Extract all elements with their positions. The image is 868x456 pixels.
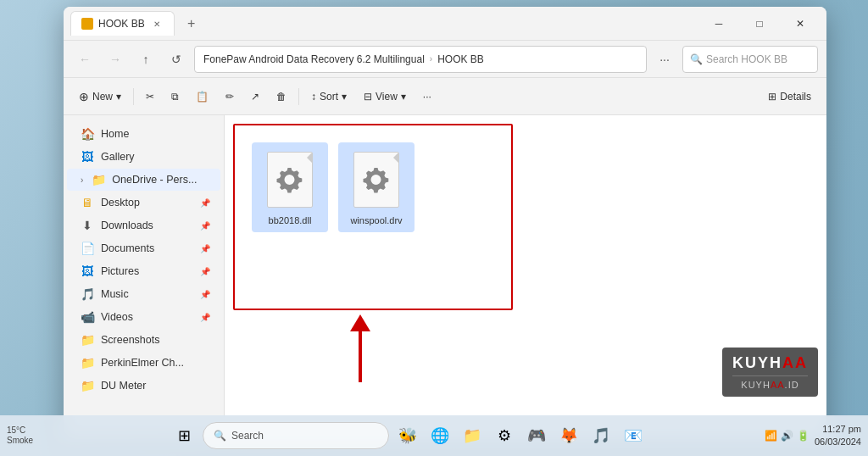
sidebar-item-gallery[interactable]: 🖼 Gallery: [67, 146, 220, 168]
sidebar-label-documents: Documents: [101, 242, 154, 254]
weather-condition: Smoke: [7, 436, 33, 446]
taskbar-apps: 🐝 🌐 📁 ⚙ 🎮 🦊 🎵 📧: [392, 420, 648, 451]
desktop: HOOK BB ✕ + ─ □ ✕ ← → ↑ ↺ FonePaw Androi…: [0, 0, 868, 456]
sidebar-item-pictures[interactable]: 🖼 Pictures 📌: [67, 260, 220, 282]
file-item-bb2018dll[interactable]: bb2018.dll: [252, 142, 328, 232]
arrow-head: [350, 314, 370, 331]
sidebar-item-dumeter[interactable]: 📁 DU Meter: [67, 375, 220, 397]
taskbar-right: 📶 🔊 🔋 11:27 pm 06/03/2024: [760, 423, 861, 449]
sidebar-item-music[interactable]: 🎵 Music 📌: [67, 283, 220, 305]
onedrive-icon: 📁: [92, 173, 105, 186]
taskbar-app-3[interactable]: 📁: [457, 420, 487, 451]
refresh-button[interactable]: ↺: [164, 47, 189, 72]
address-chevron: ›: [430, 54, 432, 64]
file-area[interactable]: bb2018.dll winspool.drv: [225, 115, 826, 439]
title-bar: HOOK BB ✕ + ─ □ ✕: [64, 7, 826, 41]
close-button[interactable]: ✕: [781, 11, 820, 36]
gallery-icon: 🖼: [81, 150, 94, 164]
taskbar-search-icon: 🔍: [214, 430, 226, 442]
details-icon: ⊞: [768, 91, 776, 103]
toolbar: ⊕ New ▾ ✂ ⧉ 📋 ✏ ↗ 🗑: [64, 78, 826, 115]
address-path-part1: FonePaw Android Data Recovery 6.2 Multil…: [203, 53, 425, 65]
paste-button[interactable]: 📋: [189, 83, 215, 110]
dumeter-icon: 📁: [81, 379, 94, 392]
system-tray-icons: 📶 🔊 🔋: [765, 430, 810, 442]
file-icon-winspooldrv: [349, 149, 403, 210]
taskbar-app-8[interactable]: 📧: [618, 420, 648, 451]
gear-svg-winspool: [363, 166, 390, 193]
pictures-icon: 🖼: [81, 264, 94, 278]
address-bar[interactable]: FonePaw Android Data Recovery 6.2 Multil…: [194, 46, 647, 73]
start-button[interactable]: ⊞: [169, 420, 199, 451]
taskbar-app-4[interactable]: ⚙: [489, 420, 520, 451]
sidebar-item-screenshots[interactable]: 📁 Screenshots: [67, 329, 220, 351]
expand-icon: ›: [81, 175, 83, 185]
more-options-button[interactable]: ···: [416, 83, 438, 110]
taskbar-app-2[interactable]: 🌐: [425, 420, 455, 451]
volume-icon: 🔊: [781, 430, 793, 442]
battery-icon: 🔋: [797, 430, 810, 442]
sort-button[interactable]: ↕ Sort ▾: [304, 83, 353, 110]
toolbar-divider-2: [298, 88, 299, 105]
taskbar-center: ⊞ 🔍 Search 🐝 🌐 📁 ⚙ 🎮 🦊 🎵 📧: [61, 420, 756, 451]
rename-icon: ✏: [225, 91, 234, 103]
sidebar-label-screenshots: Screenshots: [101, 334, 159, 346]
watermark-bottom-text: KUYHAA.ID: [732, 375, 808, 390]
file-page-bg2: [353, 152, 399, 208]
up-button[interactable]: ↑: [133, 47, 159, 72]
sidebar-item-desktop[interactable]: 🖥 Desktop 📌: [67, 192, 220, 214]
pin-icon-documents: 📌: [200, 244, 210, 253]
new-label: New: [92, 91, 113, 103]
arrow-shaft: [359, 331, 362, 382]
clock-display: 11:27 pm 06/03/2024: [815, 423, 861, 449]
file-icon-bb2018dll: [263, 149, 317, 210]
sidebar-item-perkinelmer[interactable]: 📁 PerkinElmer Ch...: [67, 352, 220, 374]
minimize-button[interactable]: ─: [699, 11, 738, 36]
back-button[interactable]: ←: [72, 47, 97, 72]
sidebar-item-videos[interactable]: 📹 Videos 📌: [67, 306, 220, 328]
sort-dropdown-icon: ▾: [342, 91, 347, 103]
home-icon: 🏠: [81, 127, 94, 141]
perkinelmer-icon: 📁: [81, 356, 94, 370]
file-name-bb2018dll: bb2018.dll: [269, 215, 312, 225]
watermark-highlight: AA: [782, 354, 808, 371]
taskbar-app-7[interactable]: 🎵: [586, 420, 616, 451]
forward-button[interactable]: →: [103, 47, 128, 72]
taskbar-app-5[interactable]: 🎮: [521, 420, 552, 451]
taskbar-search-bar[interactable]: 🔍 Search: [203, 422, 389, 449]
red-arrow-annotation: [350, 314, 370, 382]
explorer-tab[interactable]: HOOK BB ✕: [70, 11, 175, 36]
view-button[interactable]: ⊟ View ▾: [357, 83, 413, 110]
pin-icon-videos: 📌: [200, 313, 210, 322]
more-icon: ···: [423, 91, 431, 103]
file-item-winspooldrv[interactable]: winspool.drv: [338, 142, 415, 232]
sidebar-item-home[interactable]: 🏠 Home: [67, 123, 220, 145]
main-content: 🏠 Home 🖼 Gallery › 📁 OneDrive - Pers... …: [64, 115, 826, 439]
new-button[interactable]: ⊕ New ▾: [72, 83, 128, 110]
window-controls: ─ □ ✕: [699, 11, 820, 36]
nav-more-button[interactable]: ···: [652, 47, 677, 72]
wifi-icon: 📶: [765, 430, 777, 442]
new-tab-button[interactable]: +: [180, 12, 203, 36]
cut-icon: ✂: [146, 91, 154, 103]
file-grid: bb2018.dll winspool.drv: [238, 129, 813, 246]
taskbar-app-1[interactable]: 🐝: [392, 420, 423, 451]
sidebar-item-downloads[interactable]: ⬇ Downloads 📌: [67, 214, 220, 236]
delete-icon: 🗑: [276, 91, 287, 103]
time-value: 11:27 pm: [815, 423, 861, 436]
taskbar-app-6[interactable]: 🦊: [554, 420, 584, 451]
sidebar-item-documents[interactable]: 📄 Documents 📌: [67, 237, 220, 259]
tab-close-button[interactable]: ✕: [150, 17, 164, 31]
details-button[interactable]: ⊞ Details: [761, 83, 818, 110]
rename-button[interactable]: ✏: [219, 83, 241, 110]
maximize-button[interactable]: □: [740, 11, 779, 36]
view-dropdown-icon: ▾: [401, 91, 406, 103]
delete-button[interactable]: 🗑: [270, 83, 293, 110]
sidebar-item-onedrive[interactable]: › 📁 OneDrive - Pers...: [67, 169, 220, 191]
copy-button[interactable]: ⧉: [164, 83, 186, 110]
title-bar-left: HOOK BB ✕ +: [70, 11, 699, 36]
gear-svg-bb2018: [276, 166, 303, 193]
cut-button[interactable]: ✂: [139, 83, 161, 110]
search-bar[interactable]: 🔍 Search HOOK BB: [682, 46, 818, 73]
share-button[interactable]: ↗: [244, 83, 266, 110]
